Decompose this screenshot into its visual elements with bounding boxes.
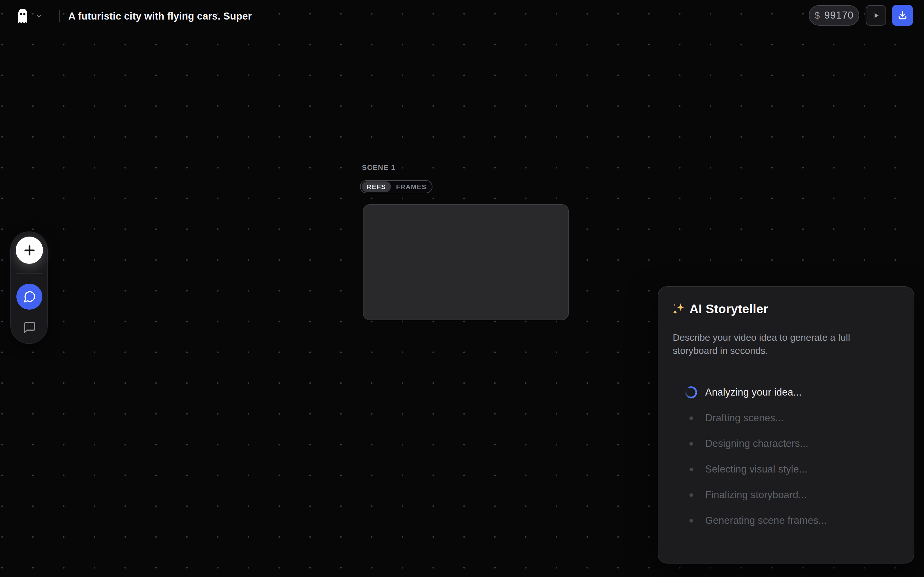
page-title: A futuristic city with flying cars. Supe…: [68, 10, 252, 23]
storyteller-step: Finalizing storyboard...: [673, 482, 899, 508]
storyteller-step: Drafting scenes...: [673, 405, 899, 431]
pending-dot-icon: [690, 519, 693, 522]
add-button[interactable]: [16, 237, 43, 264]
tab-frames[interactable]: FRAMES: [391, 181, 432, 192]
ghost-icon: [17, 8, 28, 24]
step-marker: [685, 488, 698, 501]
step-marker: [685, 463, 698, 476]
comments-button[interactable]: [23, 321, 37, 334]
download-icon: [897, 10, 908, 21]
step-label: Designing characters...: [705, 438, 809, 450]
pending-dot-icon: [690, 468, 693, 471]
step-marker: [685, 412, 698, 424]
comment-icon: [23, 321, 36, 334]
pending-dot-icon: [690, 442, 693, 446]
step-label: Generating scene frames...: [705, 515, 827, 526]
play-icon: [872, 11, 880, 20]
storyteller-panel: AI Storyteller Describe your video idea …: [658, 286, 914, 564]
sparkles-icon: [671, 301, 686, 317]
chevron-down-icon: [35, 13, 42, 19]
topbar: A futuristic city with flying cars. Supe…: [0, 0, 924, 32]
storyteller-step: Designing characters...: [673, 431, 899, 456]
storyteller-step: Analyzing your idea...: [673, 380, 899, 405]
assistant-chat-button[interactable]: [16, 284, 42, 309]
step-label: Analyzing your idea...: [705, 387, 802, 398]
canvas[interactable]: A futuristic city with flying cars. Supe…: [0, 0, 924, 577]
loading-spinner-icon: [685, 386, 697, 398]
app-menu-button[interactable]: [17, 8, 42, 24]
scene-tabs: REFS FRAMES: [360, 180, 433, 193]
pending-dot-icon: [690, 416, 693, 420]
step-label: Finalizing storyboard...: [705, 489, 807, 501]
credits-amount: 99170: [824, 10, 853, 21]
pending-dot-icon: [690, 493, 693, 497]
step-marker: [685, 514, 698, 527]
storyteller-steps: Analyzing your idea... Drafting scenes..…: [673, 380, 899, 533]
play-button[interactable]: [866, 5, 886, 26]
storyteller-step: Selecting visual style...: [673, 456, 899, 482]
storyteller-step: Generating scene frames...: [673, 508, 899, 533]
storyteller-header: AI Storyteller: [671, 301, 768, 317]
storyteller-title: AI Storyteller: [690, 301, 768, 317]
plus-icon: [22, 243, 37, 258]
step-label: Drafting scenes...: [705, 412, 784, 424]
credits-badge[interactable]: $ 99170: [809, 5, 859, 26]
toolbar-divider: [16, 274, 43, 274]
step-marker: [685, 437, 698, 450]
dollar-icon: $: [814, 10, 820, 21]
tab-refs[interactable]: REFS: [362, 181, 391, 192]
scene-label: SCENE 1: [362, 163, 396, 172]
scene-card[interactable]: [363, 204, 569, 320]
chat-bubble-icon: [23, 290, 36, 303]
storyteller-subtitle: Describe your video idea to generate a f…: [673, 331, 850, 357]
floating-toolbar: [10, 231, 48, 344]
step-marker: [685, 386, 698, 399]
step-label: Selecting visual style...: [705, 464, 808, 475]
topbar-divider: [59, 10, 60, 23]
download-button[interactable]: [892, 5, 913, 26]
